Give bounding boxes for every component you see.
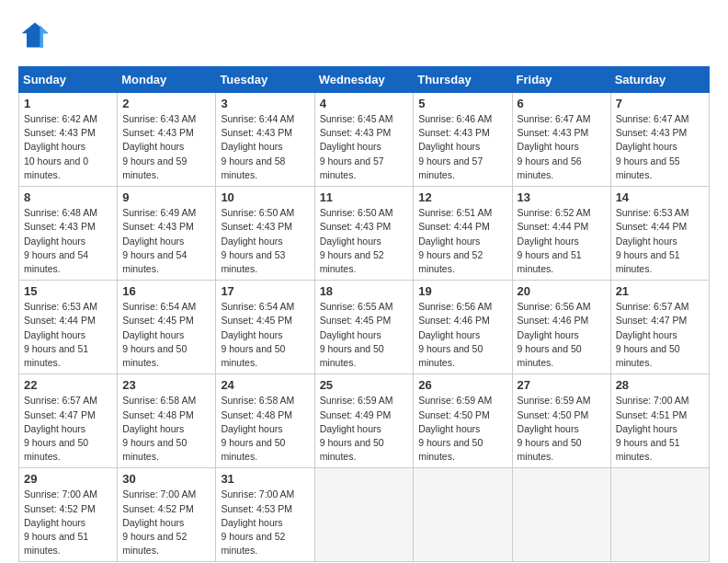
calendar-cell: 28 Sunrise: 7:00 AM Sunset: 4:51 PM Dayl… [610, 374, 709, 468]
calendar-week-row: 1 Sunrise: 6:42 AM Sunset: 4:43 PM Dayli… [19, 93, 710, 187]
calendar-cell: 3 Sunrise: 6:44 AM Sunset: 4:43 PM Dayli… [216, 93, 314, 187]
weekday-header: Tuesday [216, 67, 314, 93]
calendar-cell: 6 Sunrise: 6:47 AM Sunset: 4:43 PM Dayli… [512, 93, 610, 187]
day-number: 28 [616, 378, 704, 392]
day-number: 15 [24, 284, 112, 298]
calendar-cell [610, 468, 709, 562]
cell-content: Sunrise: 6:50 AM Sunset: 4:43 PM Dayligh… [320, 206, 409, 276]
day-number: 30 [122, 472, 210, 486]
calendar-cell: 11 Sunrise: 6:50 AM Sunset: 4:43 PM Dayl… [314, 187, 414, 281]
logo-icon [18, 18, 51, 52]
calendar-cell: 15 Sunrise: 6:53 AM Sunset: 4:44 PM Dayl… [19, 281, 118, 374]
weekday-header: Thursday [414, 67, 512, 93]
calendar-cell: 10 Sunrise: 6:50 AM Sunset: 4:43 PM Dayl… [216, 187, 314, 281]
day-number: 26 [418, 378, 506, 392]
calendar-cell: 8 Sunrise: 6:48 AM Sunset: 4:43 PM Dayli… [19, 187, 118, 281]
day-number: 13 [518, 190, 606, 204]
day-number: 2 [122, 97, 210, 110]
calendar-cell: 27 Sunrise: 6:59 AM Sunset: 4:50 PM Dayl… [512, 374, 610, 468]
cell-content: Sunrise: 6:58 AM Sunset: 4:48 PM Dayligh… [122, 394, 210, 464]
day-number: 21 [616, 284, 704, 298]
day-number: 14 [616, 190, 704, 204]
calendar-cell: 31 Sunrise: 7:00 AM Sunset: 4:53 PM Dayl… [216, 468, 314, 562]
calendar-cell: 5 Sunrise: 6:46 AM Sunset: 4:43 PM Dayli… [414, 93, 512, 187]
cell-content: Sunrise: 7:00 AM Sunset: 4:51 PM Dayligh… [616, 394, 704, 464]
cell-content: Sunrise: 6:51 AM Sunset: 4:44 PM Dayligh… [418, 206, 506, 276]
day-number: 19 [418, 284, 506, 298]
day-number: 12 [418, 190, 506, 204]
calendar-cell [314, 468, 414, 562]
day-number: 11 [320, 190, 409, 204]
day-number: 8 [24, 190, 112, 204]
cell-content: Sunrise: 6:44 AM Sunset: 4:43 PM Dayligh… [221, 112, 309, 182]
cell-content: Sunrise: 6:50 AM Sunset: 4:43 PM Dayligh… [221, 206, 309, 276]
day-number: 10 [221, 190, 309, 204]
weekday-header: Wednesday [314, 67, 414, 93]
cell-content: Sunrise: 7:00 AM Sunset: 4:52 PM Dayligh… [122, 488, 210, 557]
calendar-cell: 18 Sunrise: 6:55 AM Sunset: 4:45 PM Dayl… [314, 281, 414, 374]
calendar-week-row: 15 Sunrise: 6:53 AM Sunset: 4:44 PM Dayl… [19, 281, 710, 374]
weekday-header: Monday [118, 67, 216, 93]
calendar-cell: 16 Sunrise: 6:54 AM Sunset: 4:45 PM Dayl… [118, 281, 216, 374]
calendar-table: SundayMondayTuesdayWednesdayThursdayFrid… [18, 66, 710, 562]
calendar-cell: 21 Sunrise: 6:57 AM Sunset: 4:47 PM Dayl… [610, 281, 709, 374]
day-number: 7 [616, 97, 704, 110]
calendar-cell [414, 468, 512, 562]
calendar-cell: 17 Sunrise: 6:54 AM Sunset: 4:45 PM Dayl… [216, 281, 314, 374]
cell-content: Sunrise: 6:57 AM Sunset: 4:47 PM Dayligh… [24, 394, 112, 464]
cell-content: Sunrise: 7:00 AM Sunset: 4:52 PM Dayligh… [24, 488, 112, 557]
cell-content: Sunrise: 6:53 AM Sunset: 4:44 PM Dayligh… [24, 300, 112, 370]
cell-content: Sunrise: 6:52 AM Sunset: 4:44 PM Dayligh… [518, 206, 606, 276]
cell-content: Sunrise: 6:57 AM Sunset: 4:47 PM Dayligh… [616, 300, 704, 370]
calendar-cell: 30 Sunrise: 7:00 AM Sunset: 4:52 PM Dayl… [118, 468, 216, 562]
cell-content: Sunrise: 6:42 AM Sunset: 4:43 PM Dayligh… [24, 112, 112, 182]
calendar-cell: 1 Sunrise: 6:42 AM Sunset: 4:43 PM Dayli… [19, 93, 118, 187]
day-number: 24 [221, 378, 309, 392]
cell-content: Sunrise: 6:54 AM Sunset: 4:45 PM Dayligh… [122, 300, 210, 370]
day-number: 29 [24, 472, 112, 486]
cell-content: Sunrise: 6:56 AM Sunset: 4:46 PM Dayligh… [418, 300, 506, 370]
calendar-cell: 13 Sunrise: 6:52 AM Sunset: 4:44 PM Dayl… [512, 187, 610, 281]
day-number: 31 [221, 472, 309, 486]
weekday-header: Friday [512, 67, 610, 93]
day-number: 22 [24, 378, 112, 392]
calendar-cell: 4 Sunrise: 6:45 AM Sunset: 4:43 PM Dayli… [314, 93, 414, 187]
calendar-cell: 9 Sunrise: 6:49 AM Sunset: 4:43 PM Dayli… [118, 187, 216, 281]
svg-marker-1 [22, 23, 49, 48]
day-number: 5 [418, 97, 506, 110]
calendar-cell: 23 Sunrise: 6:58 AM Sunset: 4:48 PM Dayl… [118, 374, 216, 468]
weekday-header: Saturday [610, 67, 709, 93]
cell-content: Sunrise: 6:54 AM Sunset: 4:45 PM Dayligh… [221, 300, 309, 370]
cell-content: Sunrise: 6:45 AM Sunset: 4:43 PM Dayligh… [320, 112, 409, 182]
day-number: 3 [221, 97, 309, 110]
day-number: 27 [518, 378, 606, 392]
calendar-week-row: 29 Sunrise: 7:00 AM Sunset: 4:52 PM Dayl… [19, 468, 710, 562]
cell-content: Sunrise: 6:49 AM Sunset: 4:43 PM Dayligh… [122, 206, 210, 276]
svg-marker-2 [40, 25, 48, 47]
day-number: 17 [221, 284, 309, 298]
cell-content: Sunrise: 7:00 AM Sunset: 4:53 PM Dayligh… [221, 488, 309, 557]
calendar-cell: 7 Sunrise: 6:47 AM Sunset: 4:43 PM Dayli… [610, 93, 709, 187]
cell-content: Sunrise: 6:47 AM Sunset: 4:43 PM Dayligh… [518, 112, 606, 182]
calendar-cell: 24 Sunrise: 6:58 AM Sunset: 4:48 PM Dayl… [216, 374, 314, 468]
cell-content: Sunrise: 6:55 AM Sunset: 4:45 PM Dayligh… [320, 300, 409, 370]
calendar-cell: 25 Sunrise: 6:59 AM Sunset: 4:49 PM Dayl… [314, 374, 414, 468]
calendar-cell: 19 Sunrise: 6:56 AM Sunset: 4:46 PM Dayl… [414, 281, 512, 374]
calendar-week-row: 22 Sunrise: 6:57 AM Sunset: 4:47 PM Dayl… [19, 374, 710, 468]
calendar-cell: 22 Sunrise: 6:57 AM Sunset: 4:47 PM Dayl… [19, 374, 118, 468]
calendar-cell: 14 Sunrise: 6:53 AM Sunset: 4:44 PM Dayl… [610, 187, 709, 281]
calendar-week-row: 8 Sunrise: 6:48 AM Sunset: 4:43 PM Dayli… [19, 187, 710, 281]
page-header [18, 18, 710, 52]
day-number: 18 [320, 284, 409, 298]
day-number: 6 [518, 97, 606, 110]
calendar-cell: 2 Sunrise: 6:43 AM Sunset: 4:43 PM Dayli… [118, 93, 216, 187]
cell-content: Sunrise: 6:59 AM Sunset: 4:49 PM Dayligh… [320, 394, 409, 464]
cell-content: Sunrise: 6:56 AM Sunset: 4:46 PM Dayligh… [518, 300, 606, 370]
day-number: 20 [518, 284, 606, 298]
day-number: 16 [122, 284, 210, 298]
calendar-cell: 20 Sunrise: 6:56 AM Sunset: 4:46 PM Dayl… [512, 281, 610, 374]
day-number: 1 [24, 97, 112, 110]
weekday-header: Sunday [19, 67, 118, 93]
calendar-cell: 29 Sunrise: 7:00 AM Sunset: 4:52 PM Dayl… [19, 468, 118, 562]
cell-content: Sunrise: 6:58 AM Sunset: 4:48 PM Dayligh… [221, 394, 309, 464]
